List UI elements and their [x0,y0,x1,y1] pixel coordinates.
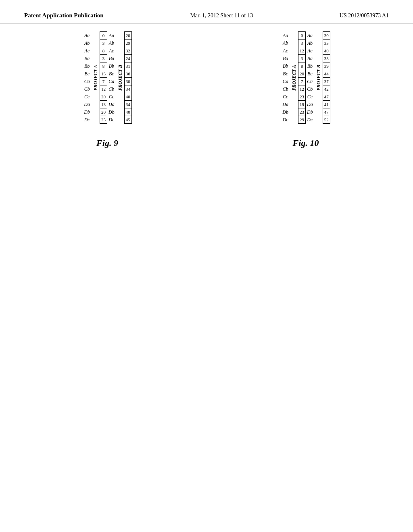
val-cell: 25 [100,116,107,124]
val-cell: 8 [298,62,306,70]
row-label-cb2: Cb [107,85,116,93]
val-cell: 12 [298,47,306,55]
val-cell: 7 [100,78,107,85]
val-cell: 3 [298,55,306,62]
row-label-da: Da [83,101,91,108]
proj-a-label: PROJECT A [290,32,298,124]
fig9-caption: Fig. 9 [96,138,118,148]
val-cell: 20 [100,93,107,101]
row-label-db: Db [83,108,91,116]
val-cell: 3 [298,39,306,47]
row-label-bb2: Bb [306,62,314,70]
val-cell: 3 [100,55,107,62]
val-cell-b: 32 [124,47,131,55]
row-label-bc2: Bc [306,70,314,78]
proj-b-label: PROJECT B [314,32,323,124]
row-label-db2: Db [306,108,314,116]
val-cell: 19 [298,101,306,108]
row-label-cc: Cc [281,93,290,101]
row-label-ca: Ca [83,78,91,85]
val-cell: 20 [100,108,107,116]
val-cell-b: 31 [124,62,131,70]
page-header: Patent Application Publication Mar. 1, 2… [0,0,413,23]
fig10-caption: Fig. 10 [293,138,319,148]
row-label-cb: Cb [281,85,290,93]
row-label-da: Da [281,101,290,108]
val-cell-b: 34 [124,85,131,93]
figure-10: Aa PROJECT A 0 Aa PROJECT B 30 Ab 3 Ab 3… [281,31,330,148]
row-label-db2: Db [107,108,116,116]
publication-title: Patent Application Publication [24,12,104,19]
row-label-dc: Dc [83,116,91,124]
row-label-bc: Bc [281,70,290,78]
val-cell-b: 40 [323,47,330,55]
table-row: Aa PROJECT A 0 Aa PROJECT B 20 [83,32,131,39]
row-label-cb2: Cb [306,85,314,93]
row-label-ba2: Ba [107,55,116,62]
row-label-cb: Cb [83,85,91,93]
row-label-ac2: Ac [107,47,116,55]
row-label-cc2: Cc [306,93,314,101]
row-label-bb2: Bb [107,62,116,70]
val-cell-b: 39 [323,62,330,70]
val-cell-b: 36 [124,70,131,78]
val-cell-b: 24 [124,55,131,62]
val-cell-b: 52 [323,116,330,124]
proj-b-label: PROJECT B [116,32,125,124]
val-cell-b: 30 [124,78,131,85]
row-label-ca: Ca [281,78,290,85]
fig10-diagram: Aa PROJECT A 0 Aa PROJECT B 30 Ab 3 Ab 3… [281,31,330,124]
publication-number: US 2012/0053973 A1 [340,12,389,19]
val-cell: 15 [100,70,107,78]
row-label-cc: Cc [83,93,91,101]
val-cell: 7 [298,78,306,85]
row-label-ca2: Ca [306,78,314,85]
val-cell-b: 29 [124,39,131,47]
val-cell-b: 40 [124,108,131,116]
val-cell-b: 33 [323,55,330,62]
row-label-ba: Ba [83,55,91,62]
fig9-diagram: Aa PROJECT A 0 Aa PROJECT B 20 Ab 3 Ab 2… [83,31,131,124]
row-label-ac: Ac [281,47,290,55]
row-label-ba2: Ba [306,55,314,62]
val-cell-b: 47 [323,93,330,101]
val-cell: 13 [100,101,107,108]
val-cell-b: 42 [323,85,330,93]
row-label-dc2: Dc [107,116,116,124]
row-label-aa2: Aa [306,32,314,39]
val-cell: 0 [298,32,306,39]
val-cell: 23 [298,93,306,101]
val-cell: 3 [100,39,107,47]
row-label-ca2: Ca [107,78,116,85]
val-cell-b: 45 [124,116,131,124]
row-label-db: Db [281,108,290,116]
val-cell-b: 37 [323,78,330,85]
fig10-table: Aa PROJECT A 0 Aa PROJECT B 30 Ab 3 Ab 3… [281,31,330,124]
row-label-ac: Ac [83,47,91,55]
val-cell: 0 [100,32,107,39]
row-label-da2: Da [306,101,314,108]
val-cell: 29 [298,116,306,124]
row-label-bc: Bc [83,70,91,78]
val-cell-b: 41 [323,101,330,108]
val-cell-b: 40 [124,93,131,101]
row-label-aa: Aa [281,32,290,39]
row-label-ab: Ab [83,39,91,47]
row-label-ac2: Ac [306,47,314,55]
row-label-ab2: Ab [306,39,314,47]
row-label-bc2: Bc [107,70,116,78]
val-cell: 12 [298,85,306,93]
row-label-ab2: Ab [107,39,116,47]
row-label-cc2: Cc [107,93,116,101]
val-cell: 8 [100,47,107,55]
publication-date: Mar. 1, 2012 Sheet 11 of 13 [190,12,253,19]
val-cell: 23 [298,108,306,116]
val-cell-b: 34 [124,101,131,108]
row-label-dc: Dc [281,116,290,124]
table-row: Aa PROJECT A 0 Aa PROJECT B 30 [281,32,330,39]
row-label-dc2: Dc [306,116,314,124]
figures-area: Aa PROJECT A 0 Aa PROJECT B 20 Ab 3 Ab 2… [0,23,413,156]
val-cell-b: 33 [323,39,330,47]
row-label-bb: Bb [281,62,290,70]
val-cell: 12 [100,85,107,93]
